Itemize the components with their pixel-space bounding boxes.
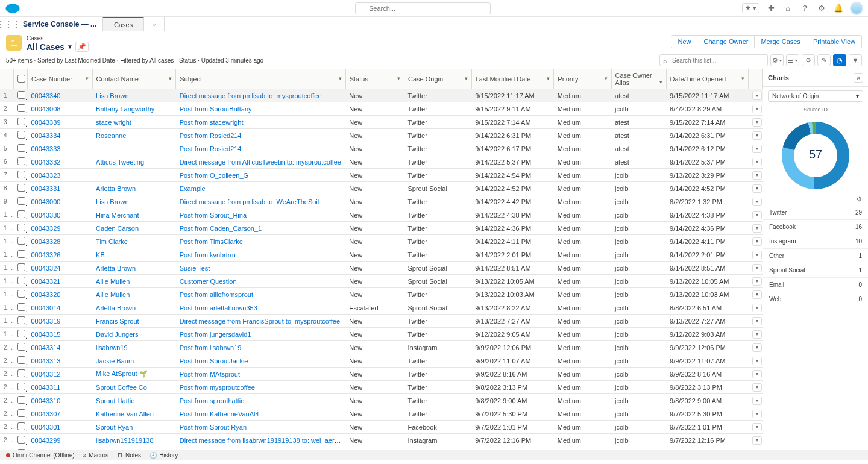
row-action-menu[interactable]: ▾ [752,410,762,418]
subject-link[interactable]: Post from mysproutcoffee [180,384,255,391]
col-date-opened[interactable]: Date/Time Opened▾ [666,69,749,89]
subject-link[interactable]: Direct message from AtticusTweetin to: m… [180,158,341,166]
row-action-menu[interactable]: ▾ [752,145,762,153]
row-action-menu[interactable]: ▾ [752,357,762,365]
subject-link[interactable]: Direct message from pmlisab to: mysprout… [180,92,322,99]
col-checkbox[interactable] [14,69,28,89]
contact-link[interactable]: Roseanne [96,132,126,139]
col-case-origin[interactable]: Case Origin▾ [404,69,471,89]
case-number-link[interactable]: 00043329 [31,225,61,232]
contact-link[interactable]: Sprout Ryan [96,424,133,431]
col-owner-alias[interactable]: Case Owner Alias▾ [611,69,666,89]
tab-cases[interactable]: Cases [102,17,144,31]
row-checkbox[interactable] [14,208,28,222]
row-checkbox[interactable] [14,129,28,142]
row-checkbox[interactable] [14,288,28,301]
case-number-link[interactable]: 00043319 [31,318,61,325]
row-action-menu[interactable]: ▾ [752,423,762,431]
row-action-menu[interactable]: ▾ [752,184,762,193]
contact-link[interactable]: Lisa Brown [96,92,128,99]
row-checkbox[interactable] [14,368,28,381]
contact-link[interactable]: KB [96,251,105,259]
row-action-menu[interactable]: ▾ [752,290,762,299]
case-number-link[interactable]: 00043334 [31,132,61,139]
contact-link[interactable]: Francis Sprout [96,318,139,325]
row-checkbox[interactable] [14,235,28,248]
contact-link[interactable]: Brittany Langworthy [96,105,154,113]
subject-link[interactable]: Customer Question [180,278,237,285]
contact-link[interactable]: Arletta Brown [96,185,136,192]
row-action-menu[interactable]: ▾ [752,397,762,405]
contact-link[interactable]: Lisa Brown [96,198,128,205]
change-owner-button[interactable]: Change Owner [697,35,755,48]
subject-link[interactable]: Post from kvnbrtrm [180,251,236,259]
row-checkbox[interactable] [14,222,28,235]
case-number-link[interactable]: 00043332 [31,158,61,166]
col-case-number[interactable]: Case Number▾ [28,69,93,89]
subject-link[interactable]: Example [180,185,206,192]
history-item[interactable]: 🕘History [149,452,178,459]
case-number-link[interactable]: 00043312 [31,371,61,378]
merge-cases-button[interactable]: Merge Cases [755,35,807,48]
subject-link[interactable]: Post from stacewright [180,119,244,126]
row-action-menu[interactable]: ▾ [752,343,762,352]
case-number-link[interactable]: 00043330 [31,212,61,219]
case-number-link[interactable]: 00043315 [31,331,61,338]
subject-link[interactable]: Post from MAtsprout [180,371,240,378]
chart-type-select[interactable]: Network of Origin ▾ [768,90,863,102]
refresh-icon[interactable]: ⟳ [802,54,815,66]
subject-link[interactable]: Post from jungersdavid1 [180,331,251,338]
case-number-link[interactable]: 00043324 [31,265,61,272]
subject-link[interactable]: Post from KatherineVanAl4 [180,410,259,418]
omni-channel-item[interactable]: Omni-Channel (Offline) [6,452,75,459]
notifications-icon[interactable]: 🔔 [833,3,844,14]
case-number-link[interactable]: 00043314 [31,344,61,351]
add-icon[interactable]: ✚ [766,3,776,14]
case-number-link[interactable]: 00043323 [31,172,61,179]
row-checkbox[interactable] [14,142,28,155]
printable-view-button[interactable]: Printable View [807,35,862,48]
case-number-link[interactable]: 00043340 [31,92,61,99]
close-icon[interactable]: ✕ [854,73,863,83]
row-checkbox[interactable] [14,89,28,102]
list-settings-gear-icon[interactable]: ⚙ [770,54,784,66]
row-action-menu[interactable]: ▾ [752,237,762,246]
subject-link[interactable]: Post from O_colleen_G [180,172,248,179]
row-checkbox[interactable] [14,102,28,116]
case-number-link[interactable]: 00043339 [31,119,61,126]
subject-link[interactable]: Direct message from FrancisSprout to: my… [180,318,340,325]
row-checkbox[interactable] [14,155,28,169]
case-number-link[interactable]: 00043321 [31,278,61,285]
case-number-link[interactable]: 00043301 [31,424,61,431]
row-action-menu[interactable]: ▾ [752,370,762,378]
new-button[interactable]: New [671,35,697,48]
contact-link[interactable]: Mike AtSprout 🌱 [96,370,148,377]
contact-link[interactable]: Hina Merchant [96,212,139,219]
col-contact-name[interactable]: Contact Name▾ [92,69,176,89]
row-checkbox[interactable] [14,354,28,368]
row-checkbox[interactable] [14,116,28,129]
filter-icon[interactable]: ▼ [849,54,862,66]
subject-link[interactable]: Post from SproutBrittany [180,105,252,113]
contact-link[interactable]: Sprout Hattie [96,397,134,404]
subject-link[interactable]: Direct message from lisabrwn191919138 to… [180,437,345,444]
list-view-chevron-icon[interactable]: ▼ [67,43,73,50]
row-action-menu[interactable]: ▾ [752,198,762,206]
tab-dropdown-icon[interactable]: ⌄ [144,17,165,31]
row-checkbox[interactable] [14,381,28,394]
case-number-link[interactable]: 00043320 [31,291,61,298]
row-action-menu[interactable]: ▾ [752,131,762,140]
case-number-link[interactable]: 00043014 [31,304,61,312]
notes-item[interactable]: 🗒Notes [117,452,141,459]
row-checkbox[interactable] [14,275,28,288]
contact-link[interactable]: lisabrwn191919138 [96,437,153,444]
row-action-menu[interactable]: ▾ [752,105,762,113]
contact-link[interactable]: Tim Clarke [96,238,128,245]
contact-link[interactable]: stace wright [96,119,131,126]
row-checkbox[interactable] [14,182,28,195]
favorites-button[interactable]: ★ ▾ [742,3,760,13]
case-number-link[interactable]: 00043310 [31,397,61,404]
col-subject[interactable]: Subject▾ [176,69,345,89]
trailhead-icon[interactable]: ⌂ [782,3,793,14]
row-checkbox[interactable] [14,169,28,182]
